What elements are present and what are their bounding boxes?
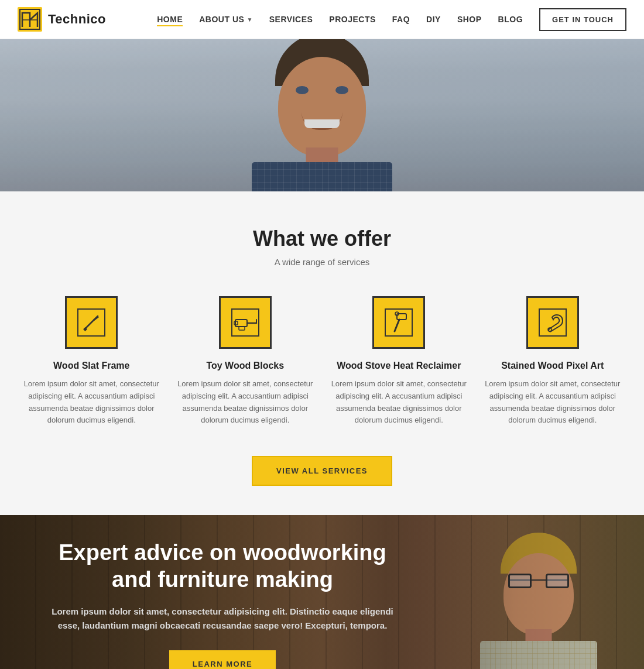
woodworking-desc: Lorem ipsum dolor sit amet, consectetur … — [47, 605, 398, 633]
service-icon-box-2 — [219, 296, 272, 349]
logo-text: Technico — [48, 12, 106, 27]
nav-about-us[interactable]: ABOUT US ▼ — [199, 15, 253, 24]
service-icon-box-1 — [65, 296, 118, 349]
services-section: What we offer A wide range of services W… — [0, 191, 644, 515]
learn-more-button[interactable]: LEARN MORE — [169, 650, 276, 669]
nav-services[interactable]: SERVICES — [269, 15, 313, 24]
service-desc-1: Lorem ipsum dolor sit amet, consectetur … — [23, 378, 160, 427]
nav-blog[interactable]: BLOG — [498, 15, 523, 24]
view-all-services-button[interactable]: VIEW ALL SERVICES — [252, 456, 392, 486]
nav-shop[interactable]: SHOP — [457, 15, 482, 24]
hero-bg — [0, 39, 644, 191]
screwdriver-icon — [77, 308, 106, 337]
logo-icon — [18, 7, 42, 32]
nav-faq[interactable]: FAQ — [392, 15, 410, 24]
service-card-1: Wood Slat Frame Lorem ipsum dolor sit am… — [23, 296, 160, 427]
service-icon-box-3 — [372, 296, 425, 349]
woodworking-section: Expert advice on woodworking and furnitu… — [0, 515, 644, 669]
service-card-3: Wood Stove Heat Reclaimer Lorem ipsum do… — [331, 296, 467, 427]
service-desc-3: Lorem ipsum dolor sit amet, consectetur … — [331, 378, 467, 427]
main-nav: HOME ABOUT US ▼ SERVICES PROJECTS FAQ DI… — [157, 8, 626, 31]
service-desc-2: Lorem ipsum dolor sit amet, consectetur … — [177, 378, 314, 427]
wrench-icon — [538, 308, 567, 337]
services-subtitle: A wide range of services — [23, 257, 621, 267]
service-card-2: Toy Wood Blocks Lorem ipsum dolor sit am… — [177, 296, 314, 427]
nav-diy[interactable]: DIY — [426, 15, 441, 24]
service-desc-4: Lorem ipsum dolor sit amet, consectetur … — [485, 378, 621, 427]
hero-overlay — [0, 39, 644, 191]
nav-home[interactable]: HOME — [157, 15, 183, 24]
service-name-4: Stained Wood Pixel Art — [485, 361, 621, 371]
nav-projects[interactable]: PROJECTS — [329, 15, 375, 24]
service-card-4: Stained Wood Pixel Art Lorem ipsum dolor… — [485, 296, 621, 427]
service-name-1: Wood Slat Frame — [23, 361, 160, 371]
header: Technico HOME ABOUT US ▼ SERVICES PROJEC… — [0, 0, 644, 39]
get-in-touch-button[interactable]: GET IN TOUCH — [539, 8, 626, 31]
service-icon-box-4 — [526, 296, 579, 349]
service-name-3: Wood Stove Heat Reclaimer — [331, 361, 467, 371]
logo[interactable]: Technico — [18, 7, 106, 32]
services-title: What we offer — [23, 227, 621, 251]
woodworking-title: Expert advice on woodworking and furnitu… — [47, 540, 398, 593]
service-name-2: Toy Wood Blocks — [177, 361, 314, 371]
hammer-icon — [384, 308, 413, 337]
services-grid: Wood Slat Frame Lorem ipsum dolor sit am… — [23, 296, 621, 427]
drill-icon — [231, 308, 260, 337]
woodworking-content: Expert advice on woodworking and furnitu… — [0, 515, 644, 669]
about-us-arrow-icon: ▼ — [246, 16, 252, 23]
hero-section — [0, 39, 644, 191]
